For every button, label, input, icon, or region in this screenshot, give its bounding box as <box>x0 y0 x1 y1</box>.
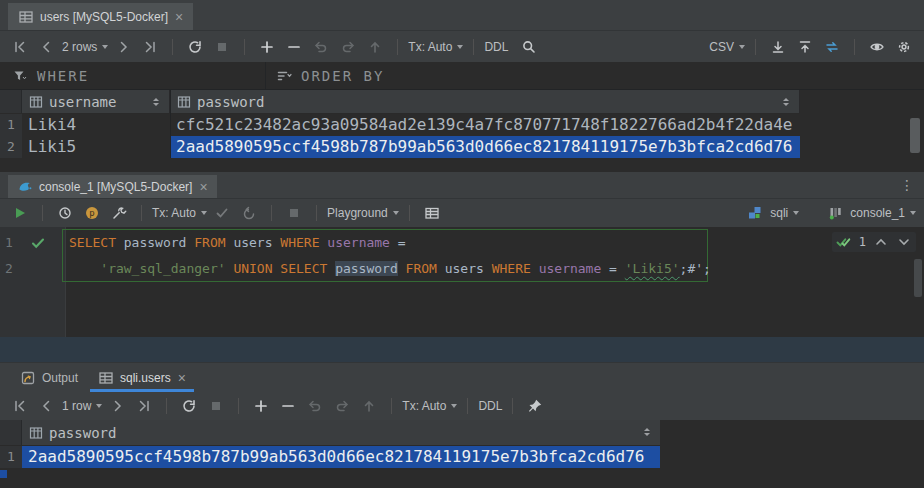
tx-mode-dropdown[interactable]: Tx: Auto <box>408 40 463 54</box>
cell-password[interactable]: cfc521c23482ac93a09584ad2e139c4a7fc87077… <box>170 114 910 136</box>
first-page-icon[interactable] <box>12 398 28 414</box>
search-icon[interactable] <box>521 39 537 55</box>
executed-check-icon[interactable] <box>30 235 46 251</box>
ddl-button[interactable]: DDL <box>478 399 502 413</box>
vertical-scrollbar[interactable] <box>910 118 920 153</box>
tab-sqli-users[interactable]: sqli.users × <box>88 363 196 392</box>
tab-output[interactable]: Output <box>10 363 88 392</box>
chevron-down-icon <box>739 45 745 49</box>
rows-count-dropdown[interactable]: 2 rows <box>62 40 108 54</box>
revert-selected-icon[interactable] <box>340 39 356 55</box>
cell-username[interactable]: Liki4 <box>22 114 170 136</box>
sql-code-line[interactable]: 'raw_sql_danger' UNION SELECT password F… <box>66 256 924 282</box>
tab-users-table[interactable]: users [MySQL5-Docker] × <box>8 3 193 30</box>
tx-mode-dropdown[interactable]: Tx: Auto <box>152 206 207 220</box>
import-data-icon[interactable] <box>797 39 813 55</box>
panel-splitter[interactable] <box>0 337 924 362</box>
grid-header: password <box>0 420 660 446</box>
history-clock-icon[interactable] <box>57 205 73 221</box>
inspection-widget[interactable]: 1 <box>832 232 916 252</box>
line-number: 2 <box>5 256 13 282</box>
revert-icon[interactable] <box>313 39 329 55</box>
order-by-input[interactable]: ORDER BY <box>265 62 924 89</box>
chevron-down-icon[interactable] <box>896 234 912 250</box>
where-filter-input[interactable]: WHERE <box>0 62 265 89</box>
chevron-up-icon[interactable] <box>873 234 889 250</box>
code-area[interactable]: SELECT password FROM users WHERE usernam… <box>66 227 924 337</box>
close-icon[interactable]: × <box>199 180 207 194</box>
last-page-icon[interactable] <box>136 398 152 414</box>
row-number[interactable]: 2 <box>0 136 22 158</box>
tab-console-1[interactable]: console_1 [MySQL5-Docker] × <box>8 175 217 198</box>
stop-icon[interactable] <box>214 39 230 55</box>
add-row-icon[interactable] <box>253 398 269 414</box>
grid-filter-row: WHERE ORDER BY <box>0 62 924 90</box>
refresh-icon[interactable] <box>181 398 197 414</box>
next-page-icon[interactable] <box>109 398 125 414</box>
refresh-icon[interactable] <box>187 39 203 55</box>
rows-count-dropdown[interactable]: 1 row <box>62 399 102 413</box>
first-page-icon[interactable] <box>12 39 28 55</box>
prev-page-icon[interactable] <box>39 39 55 55</box>
chevron-down-icon <box>393 211 399 215</box>
session-dropdown[interactable]: console_1 <box>850 206 916 220</box>
delete-row-icon[interactable] <box>280 398 296 414</box>
view-options-icon[interactable] <box>869 39 885 55</box>
rollback-icon[interactable] <box>241 205 257 221</box>
sql-editor[interactable]: 1 2 SELECT password FROM users WHERE use… <box>0 227 924 337</box>
ddl-button[interactable]: DDL <box>484 40 508 54</box>
datagrip-window: users [MySQL5-Docker] × 2 rows Tx: Auto … <box>0 0 924 488</box>
order-by-placeholder: ORDER BY <box>301 68 384 84</box>
table-row[interactable]: 1 Liki4 cfc521c23482ac93a09584ad2e139c4a… <box>0 114 924 136</box>
export-data-icon[interactable] <box>770 39 786 55</box>
problem-count: 1 <box>859 235 866 249</box>
sql-code-line[interactable]: SELECT password FROM users WHERE usernam… <box>66 230 924 256</box>
revert-selected-icon[interactable] <box>334 398 350 414</box>
delete-row-icon[interactable] <box>286 39 302 55</box>
column-header-username[interactable]: username <box>22 90 170 113</box>
session-icon <box>827 205 843 221</box>
stop-icon[interactable] <box>208 398 224 414</box>
grid-corner-cell[interactable] <box>0 90 22 113</box>
column-header-password[interactable]: password <box>170 90 800 113</box>
commit-check-icon[interactable] <box>214 205 230 221</box>
next-page-icon[interactable] <box>115 39 131 55</box>
tx-mode-dropdown[interactable]: Tx: Auto <box>402 399 457 413</box>
pin-tab-icon[interactable] <box>527 398 543 414</box>
cell-password-selected[interactable]: 2aad5890595ccf4598b787b99ab563d0d66ec821… <box>170 136 800 158</box>
sort-toggle-icon[interactable] <box>644 428 650 436</box>
export-format-dropdown[interactable]: CSV <box>709 40 745 54</box>
row-number[interactable]: 1 <box>0 446 22 468</box>
schema-dropdown[interactable]: sqli <box>770 206 799 220</box>
in-editor-results-icon[interactable] <box>424 205 440 221</box>
revert-icon[interactable] <box>307 398 323 414</box>
sort-toggle-icon[interactable] <box>783 98 789 106</box>
close-icon[interactable]: × <box>178 371 186 385</box>
table-row[interactable]: 1 2aad5890595ccf4598b787b99ab563d0d66ec8… <box>0 446 924 468</box>
column-header-password[interactable]: password <box>22 420 660 445</box>
submit-icon[interactable] <box>361 398 377 414</box>
settings-gear-icon[interactable] <box>896 39 912 55</box>
run-icon[interactable] <box>12 205 28 221</box>
close-icon[interactable]: × <box>175 10 183 24</box>
column-divider <box>170 90 171 158</box>
playground-dropdown[interactable]: Playground <box>327 206 399 220</box>
more-options-icon[interactable]: ⋮ <box>900 177 914 193</box>
cell-username[interactable]: Liki5 <box>22 136 170 158</box>
table-row[interactable]: 2 Liki5 2aad5890595ccf4598b787b99ab563d0… <box>0 136 924 158</box>
grid-corner-cell[interactable] <box>0 420 22 445</box>
row-number[interactable]: 1 <box>0 114 22 136</box>
compare-data-icon[interactable] <box>824 39 840 55</box>
settings-wrench-icon[interactable] <box>111 205 127 221</box>
prev-page-icon[interactable] <box>39 398 55 414</box>
cell-password-selected[interactable]: 2aad5890595ccf4598b787b99ab563d0d66ec821… <box>22 446 660 468</box>
editor-gutter: 1 2 <box>0 227 66 337</box>
last-page-icon[interactable] <box>142 39 158 55</box>
result-grid-sqli-users: password 1 2aad5890595ccf4598b787b99ab56… <box>0 420 924 468</box>
submit-icon[interactable] <box>367 39 383 55</box>
bottom-empty-area <box>0 468 924 488</box>
stop-icon[interactable] <box>286 205 302 221</box>
add-row-icon[interactable] <box>259 39 275 55</box>
sort-toggle-icon[interactable] <box>153 98 159 106</box>
parameters-icon[interactable]: p <box>84 205 100 221</box>
